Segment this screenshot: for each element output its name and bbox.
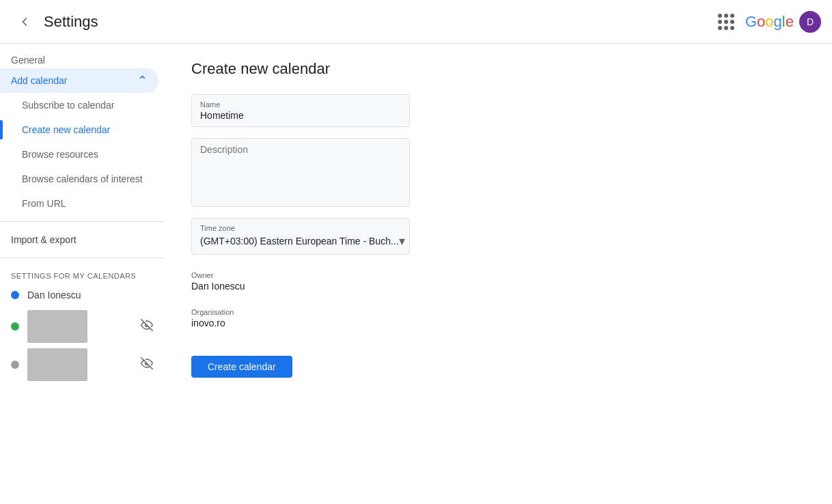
page-heading: Settings [44,13,98,31]
calendar-item-dan[interactable]: Dan Ionescu [0,283,164,307]
sidebar-divider-2 [0,257,164,258]
sidebar-item-import-export[interactable]: Import & export [0,227,158,252]
avatar[interactable]: D [799,11,821,33]
browse-resources-label: Browse resources [22,149,98,160]
sidebar-item-browse-interest[interactable]: Browse calendars of interest [0,167,158,191]
apps-icon [718,14,734,30]
sidebar-item-create[interactable]: Create new calendar [0,117,158,142]
hidden-calendar-1[interactable] [0,307,164,346]
create-label: Create new calendar [22,124,110,135]
eye-off-icon-2 [141,357,153,373]
sidebar-divider [0,221,164,222]
apps-button[interactable] [712,8,740,36]
page-title: Create new calendar [191,60,805,78]
from-url-label: From URL [22,198,66,209]
sidebar-item-from-url[interactable]: From URL [0,191,158,216]
hidden-dot-1 [11,322,19,331]
chevron-up-icon: ⌃ [137,73,148,88]
calendar-dot-dan [11,291,19,299]
google-logo: Google [745,13,794,31]
organisation-value: inovo.ro [191,318,225,328]
browse-interest-label: Browse calendars of interest [22,173,143,184]
timezone-field: Time zone (GMT+03:00) Eastern European T… [191,218,410,255]
add-calendar-label: Add calendar [11,75,68,86]
import-export-label: Import & export [11,234,77,245]
main-content: Create new calendar Name Time zone (GMT+… [164,44,832,504]
header-left: Settings [11,8,98,36]
timezone-label: Time zone [200,224,401,232]
sidebar: General Add calendar ⌃ Subscribe to cale… [0,44,164,504]
header: Settings Google D [0,0,832,44]
eye-off-icon-1 [141,319,153,335]
owner-value: Dan Ionescu [191,281,245,292]
description-input[interactable] [200,144,401,199]
owner-field: Owner Dan Ionescu [191,266,410,297]
name-input[interactable] [200,110,401,121]
calendar-name-dan: Dan Ionescu [27,290,153,300]
description-field [191,138,410,207]
chevron-down-icon: ▾ [399,234,405,249]
my-calendars-label: Settings for my calendars [0,264,164,283]
form-container: Name Time zone (GMT+03:00) Eastern Europ… [191,94,410,378]
header-right: Google D [712,8,821,36]
timezone-select[interactable]: (GMT+03:00) Eastern European Time - Buch… [200,236,399,247]
back-button[interactable] [11,8,38,36]
layout: General Add calendar ⌃ Subscribe to cale… [0,44,832,504]
hidden-thumb-1 [27,310,87,343]
hidden-thumb-2 [27,348,87,381]
timezone-select-wrapper: (GMT+03:00) Eastern European Time - Buch… [200,234,401,249]
general-label: General [0,49,164,68]
subscribe-label: Subscribe to calendar [22,100,114,111]
organisation-label: Organisation [191,308,410,316]
create-calendar-button[interactable]: Create calendar [191,356,292,378]
organisation-field: Organisation inovo.ro [191,303,410,334]
name-label: Name [200,100,401,109]
owner-label: Owner [191,271,410,279]
sidebar-item-add-calendar[interactable]: Add calendar ⌃ [0,68,158,93]
name-field: Name [191,94,410,127]
sidebar-item-subscribe[interactable]: Subscribe to calendar [0,93,158,117]
hidden-dot-2 [11,361,19,369]
sidebar-item-browse-resources[interactable]: Browse resources [0,142,158,167]
hidden-calendar-2[interactable] [0,346,164,384]
